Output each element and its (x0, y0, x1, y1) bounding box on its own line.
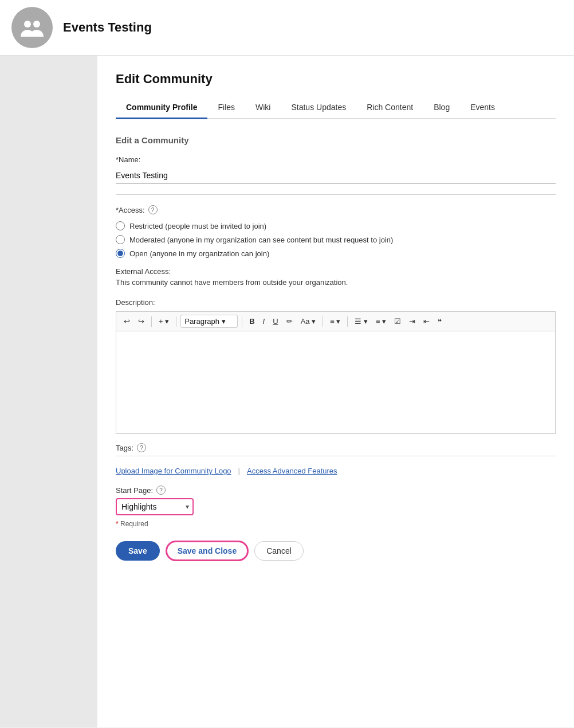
tab-community-profile[interactable]: Community Profile (116, 97, 207, 119)
tags-divider (116, 456, 556, 456)
access-option-moderated[interactable]: Moderated (anyone in my organization can… (116, 235, 556, 244)
save-button[interactable]: Save (116, 541, 160, 561)
rte-quote-button[interactable]: ❝ (435, 315, 445, 327)
rte-bold-button[interactable]: B (246, 315, 257, 327)
main-content: Edit Community Community Profile Files W… (97, 56, 574, 727)
start-page-help-icon[interactable]: ? (156, 486, 166, 495)
rte-bullet-button[interactable]: ☰ ▾ (352, 315, 371, 327)
radio-open[interactable] (116, 249, 125, 258)
community-icon (19, 15, 45, 40)
links-row: Upload Image for Community Logo | Access… (116, 467, 556, 475)
upload-logo-link[interactable]: Upload Image for Community Logo (116, 467, 231, 475)
tags-help-icon[interactable]: ? (137, 443, 146, 452)
external-access-label: External Access: (116, 267, 556, 276)
links-separator: | (238, 467, 240, 475)
required-note: Required (116, 520, 556, 528)
rte-indent-left-button[interactable]: ⇤ (420, 315, 433, 327)
rte-align-button[interactable]: ≡ ▾ (327, 315, 343, 327)
section-title: Edit a Community (116, 135, 556, 145)
tags-label: Tags: ? (116, 443, 556, 452)
rte-divider-5 (347, 316, 348, 327)
save-close-button[interactable]: Save and Close (166, 541, 249, 561)
page-title: Edit Community (116, 72, 556, 87)
tab-bar: Community Profile Files Wiki Status Upda… (116, 97, 556, 119)
radio-moderated[interactable] (116, 235, 125, 244)
name-divider (116, 194, 556, 195)
sidebar (0, 56, 97, 727)
access-option-open[interactable]: Open (anyone in my organization can join… (116, 249, 556, 258)
access-help-icon[interactable]: ? (148, 205, 158, 214)
rte-indent-right-button[interactable]: ⇥ (406, 315, 418, 327)
svg-point-0 (24, 21, 31, 28)
rte-add-button[interactable]: + ▾ (156, 315, 172, 327)
rte-editor[interactable] (116, 331, 556, 434)
start-page-select[interactable]: Highlights Status Updates Files Wiki Blo… (116, 498, 194, 515)
rte-redo-button[interactable]: ↪ (135, 315, 147, 327)
rte-italic-button[interactable]: I (260, 315, 268, 327)
rte-toolbar: ↩ ↪ + ▾ Paragraph ▾ B I U ✏ Aa ▾ ≡ ▾ ☰ ▾… (116, 311, 556, 331)
rte-numbered-button[interactable]: ≡ ▾ (373, 315, 389, 327)
rte-divider-4 (323, 316, 323, 327)
tab-rich-content[interactable]: Rich Content (356, 97, 423, 119)
name-input[interactable] (116, 167, 556, 184)
advanced-features-link[interactable]: Access Advanced Features (247, 467, 337, 475)
radio-restricted[interactable] (116, 221, 125, 230)
rte-undo-button[interactable]: ↩ (121, 315, 133, 327)
rte-tasklist-button[interactable]: ☑ (391, 315, 404, 327)
tab-status-updates[interactable]: Status Updates (281, 97, 356, 119)
tab-blog[interactable]: Blog (423, 97, 460, 119)
community-avatar (11, 7, 53, 48)
access-option-restricted[interactable]: Restricted (people must be invited to jo… (116, 221, 556, 230)
rte-divider-3 (242, 316, 242, 327)
rte-divider-2 (176, 316, 176, 327)
rte-fontsize-button[interactable]: Aa ▾ (298, 315, 319, 327)
tab-wiki[interactable]: Wiki (245, 97, 281, 119)
access-radio-group: Restricted (people must be invited to jo… (116, 221, 556, 258)
action-buttons: Save Save and Close Cancel (116, 541, 556, 561)
tab-events[interactable]: Events (460, 97, 505, 119)
tab-files[interactable]: Files (207, 97, 245, 119)
rte-underline-button[interactable]: U (270, 315, 281, 327)
start-page-label: Start Page: ? (116, 486, 556, 495)
svg-point-1 (33, 21, 40, 28)
external-access-text: This community cannot have members from … (116, 278, 556, 287)
access-label: *Access: ? (116, 205, 556, 214)
name-label: *Name: (116, 155, 556, 164)
cancel-button[interactable]: Cancel (254, 541, 304, 561)
rte-format-select[interactable]: Paragraph ▾ (180, 315, 238, 328)
rte-divider-1 (151, 316, 152, 327)
start-page-select-wrap: Highlights Status Updates Files Wiki Blo… (116, 498, 194, 515)
app-header: Events Testing (0, 0, 574, 56)
page-layout: Edit Community Community Profile Files W… (0, 56, 574, 727)
description-label: Description: (116, 298, 556, 307)
rte-highlight-button[interactable]: ✏ (284, 315, 296, 327)
header-title: Events Testing (63, 20, 152, 35)
